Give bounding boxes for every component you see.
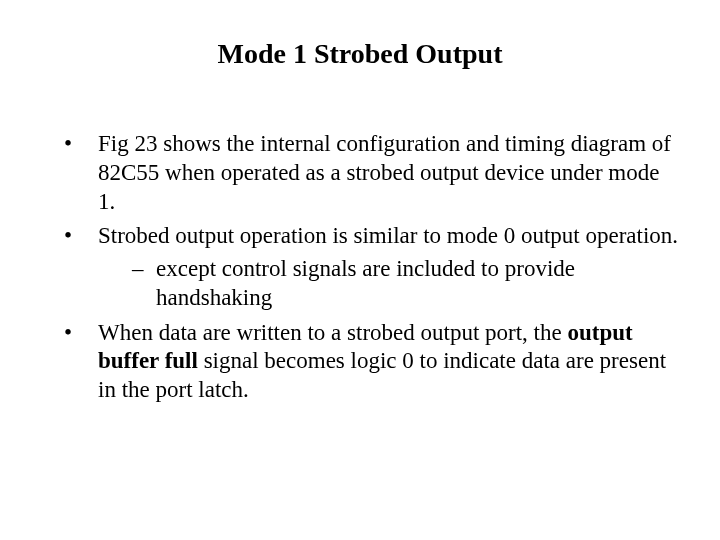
bullet-list: Fig 23 shows the internal configuration …	[40, 130, 680, 405]
sub-bullet-item-1: except control signals are included to p…	[132, 255, 680, 313]
bullet-item-2: Strobed output operation is similar to m…	[64, 222, 680, 312]
slide: Mode 1 Strobed Output Fig 23 shows the i…	[0, 0, 720, 540]
bullet-text-3-pre: When data are written to a strobed outpu…	[98, 320, 567, 345]
slide-title: Mode 1 Strobed Output	[40, 38, 680, 70]
bullet-item-1: Fig 23 shows the internal configuration …	[64, 130, 680, 216]
sub-bullet-list: except control signals are included to p…	[98, 255, 680, 313]
bullet-text-1: Fig 23 shows the internal configuration …	[98, 131, 671, 214]
sub-bullet-text-1: except control signals are included to p…	[156, 256, 575, 310]
bullet-text-2: Strobed output operation is similar to m…	[98, 223, 678, 248]
bullet-item-3: When data are written to a strobed outpu…	[64, 319, 680, 405]
